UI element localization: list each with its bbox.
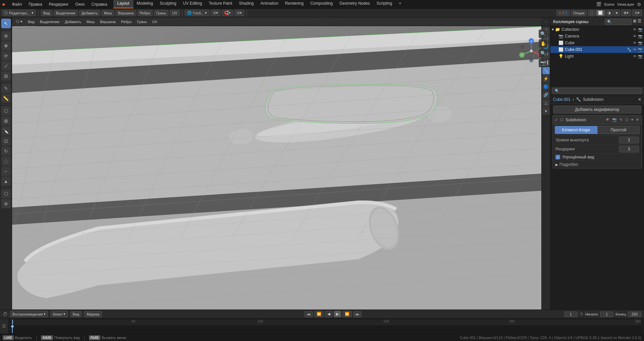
vp-face-btn[interactable]: Грань xyxy=(135,19,149,24)
tab-scripting[interactable]: Scripting xyxy=(373,0,396,8)
vp-select-menu[interactable]: Выделение xyxy=(54,10,78,16)
tab-layout[interactable]: Layout xyxy=(113,0,133,8)
outliner-item-cube001[interactable]: ⬜ Cube.001 🔧 👁 📷 xyxy=(550,46,644,53)
end-frame-input[interactable] xyxy=(628,312,641,317)
marker-menu[interactable]: Маркер xyxy=(84,311,102,317)
modifier-cage-icon[interactable]: ⬡ xyxy=(625,117,629,123)
menu-render[interactable]: Рендеринг xyxy=(46,1,72,8)
start-frame-input[interactable] xyxy=(600,312,613,317)
tool-rip[interactable]: ⊛ xyxy=(1,199,11,208)
modifier-enable-toggle[interactable]: ✓ xyxy=(555,118,558,122)
props-tab-physics[interactable]: 🔵 xyxy=(542,83,550,90)
tool-cursor[interactable]: ⊕ xyxy=(1,31,11,41)
tab-rendering[interactable]: Rendering xyxy=(282,0,307,8)
search-icon[interactable]: 🔍 xyxy=(539,29,547,38)
vp-select-btn[interactable]: Выделение xyxy=(38,19,61,24)
modifier-realtime-icon[interactable]: 👁 xyxy=(605,117,610,123)
current-frame-input[interactable] xyxy=(564,312,578,317)
vp-vertex-menu[interactable]: Вершина xyxy=(116,10,136,16)
simplified-view-checkbox[interactable]: ✓ xyxy=(555,155,560,159)
timeline-track-area[interactable] xyxy=(12,325,641,333)
tool-polypen[interactable]: ⊡ xyxy=(1,136,11,146)
3d-viewport[interactable]: ⬡ ▾ Вид Выделение Добавить Меш Вершина Р… xyxy=(12,17,550,332)
vp-view-btn[interactable]: Вид xyxy=(26,19,37,24)
rendered-mode[interactable]: ● xyxy=(613,10,620,16)
cube001-vis-eye[interactable]: 👁 xyxy=(633,48,637,52)
tool-shear[interactable]: ⬡ xyxy=(1,189,11,198)
keying-menu[interactable]: Кеинг ▾ xyxy=(51,311,68,317)
timeline-ruler-bar[interactable]: ☰ 1 50 100 150 200 250 xyxy=(0,319,644,334)
props-tab-constraints[interactable]: 🔗 xyxy=(542,91,550,98)
tool-bevel[interactable]: ⌐ xyxy=(1,166,11,176)
outliner-item-light[interactable]: 💡 Light 👁 📷 xyxy=(550,53,644,60)
modifier-delete-icon[interactable]: ✕ xyxy=(635,117,640,123)
tab-geometry-nodes[interactable]: Geometry Nodes xyxy=(336,0,373,8)
vp-editor-type[interactable]: ⬡ ▾ xyxy=(14,19,24,24)
proportional-toggle[interactable]: ⊙▾ xyxy=(234,10,244,16)
vp-view-menu[interactable]: Вид xyxy=(41,10,52,16)
tool-annotate[interactable]: ✎ xyxy=(1,84,11,93)
light-vis-eye[interactable]: 👁 xyxy=(633,54,637,59)
tab-shading[interactable]: Shading xyxy=(235,0,257,8)
modifier-expand-icon[interactable]: ▾ xyxy=(631,117,634,123)
tab-add[interactable]: + xyxy=(395,0,405,8)
next-frame-btn[interactable]: ⏩ xyxy=(342,311,352,317)
collection-vis-render[interactable]: 📷 xyxy=(638,27,643,32)
camera-vis-eye[interactable]: 👁 xyxy=(633,34,637,39)
outliner-item-camera[interactable]: 📷 Camera 👁 📷 xyxy=(550,33,644,40)
vp-edge-menu[interactable]: Ребро xyxy=(138,10,153,16)
tool-measure[interactable]: 📏 xyxy=(1,94,11,103)
outliner-settings-icon[interactable]: ☰ xyxy=(638,19,641,25)
transform-global[interactable]: 🌐 Глоб... ▾ xyxy=(185,10,209,16)
overlay-toggle[interactable]: ⊕▾ xyxy=(621,10,631,16)
vp-mesh-btn[interactable]: Меш xyxy=(85,19,97,24)
vp-face-menu[interactable]: Грань xyxy=(154,10,168,16)
vp-edge-btn[interactable]: Ребро xyxy=(119,19,133,24)
tab-compositing[interactable]: Compositing xyxy=(307,0,336,8)
vp-vertex-btn[interactable]: Вершина xyxy=(98,19,118,24)
vp-uv-btn[interactable]: UV xyxy=(150,19,159,24)
timeline-view-menu[interactable]: Вид xyxy=(70,311,82,317)
light-vis-render[interactable]: 📷 xyxy=(638,54,643,59)
pivot-selector[interactable]: ⊙▾ xyxy=(211,10,220,16)
tool-transform[interactable]: ⊞ xyxy=(1,71,11,81)
catmull-clark-button[interactable]: Кэтмелл-Кларк xyxy=(555,126,597,134)
outliner-search[interactable] xyxy=(605,19,632,25)
props-tab-particles[interactable]: ⚡ xyxy=(542,75,550,82)
close-properties-icon[interactable]: ✕ xyxy=(638,97,641,102)
mode-selector[interactable]: ⬡ Редактиро... ▾ xyxy=(2,10,36,16)
material-mode[interactable]: ◑ xyxy=(605,10,613,16)
camera-vis-render[interactable]: 📷 xyxy=(638,34,643,39)
play-btn[interactable]: ▶ xyxy=(334,311,341,317)
tool-knife[interactable]: 🔪 xyxy=(1,126,11,136)
prev-frame-btn[interactable]: ⏪ xyxy=(314,311,324,317)
jump-to-start-btn[interactable]: ⏮ xyxy=(305,311,313,317)
vp-add-btn[interactable]: Добавить xyxy=(63,19,83,24)
tool-move[interactable]: ✥ xyxy=(1,41,11,51)
simple-button[interactable]: Простой xyxy=(597,126,640,134)
menu-help[interactable]: Справка xyxy=(88,1,110,8)
tool-extrude[interactable]: ▲ xyxy=(1,177,11,186)
details-expand-row[interactable]: ▶ Подробно xyxy=(553,160,642,168)
filter-icon[interactable]: ⊞ xyxy=(633,19,636,25)
menu-window[interactable]: Окно xyxy=(72,1,88,8)
tool-rotate[interactable]: ⟳ xyxy=(1,51,11,61)
levels-viewport-input[interactable] xyxy=(619,137,639,143)
vp-uv-menu[interactable]: UV xyxy=(170,10,179,16)
tool-select[interactable]: ↖ xyxy=(1,19,11,28)
outliner-item-cube[interactable]: ⬜ Cube 👁 📷 xyxy=(550,40,644,46)
tool-scale[interactable]: ⤢ xyxy=(1,61,11,71)
cube001-vis-render[interactable]: 📷 xyxy=(638,48,643,52)
tab-texture-paint[interactable]: Texture Paint xyxy=(205,0,235,8)
props-tab-object-data[interactable]: △ xyxy=(542,99,550,107)
modifier-render-icon[interactable]: 📷 xyxy=(611,117,618,123)
tab-modeling[interactable]: Modeling xyxy=(133,0,157,8)
tool-loop-cut[interactable]: ⊠ xyxy=(1,116,11,126)
wireframe-mode[interactable]: ⬚ xyxy=(588,10,595,16)
vp-add-menu[interactable]: Добавить xyxy=(79,10,100,16)
jump-to-end-btn[interactable]: ⏭ xyxy=(353,311,362,317)
viewport-options[interactable]: Опции xyxy=(571,10,587,16)
vp-mesh-menu[interactable]: Меш xyxy=(102,10,114,16)
scene-expand-icon[interactable]: ⚙ xyxy=(637,2,641,7)
cube-vis-render[interactable]: 📷 xyxy=(638,41,643,45)
